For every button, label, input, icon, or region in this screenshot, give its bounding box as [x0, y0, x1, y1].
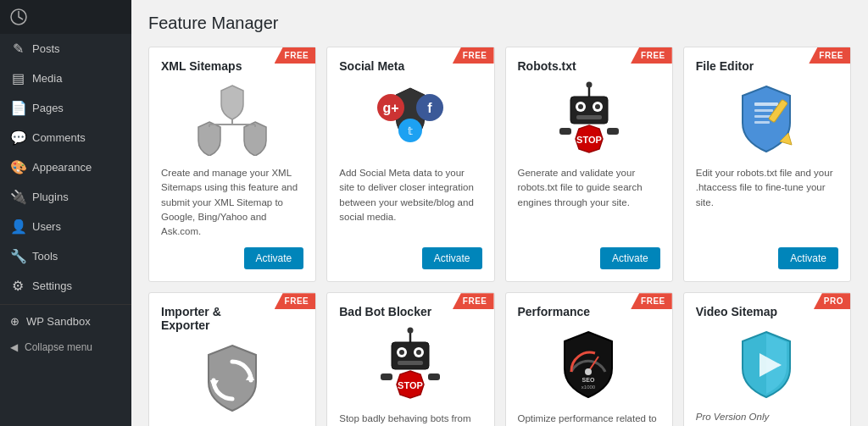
settings-icon: ⚙	[10, 278, 25, 294]
feature-card-importer-exporter: Importer & Exporter FREE Exports and imp…	[148, 292, 316, 426]
sidebar-collapse-button[interactable]: ◀ Collapse menu	[0, 335, 131, 360]
sidebar-label-appearance: Appearance	[32, 161, 92, 174]
sidebar-label-pages: Pages	[32, 102, 64, 114]
svg-text:SEO: SEO	[582, 377, 595, 383]
sidebar-item-wp-sandbox[interactable]: ⊕ WP Sandbox	[0, 308, 131, 335]
svg-point-16	[578, 104, 583, 109]
feature-badge-file-editor: FREE	[809, 47, 850, 64]
svg-rect-19	[576, 115, 602, 119]
comments-icon: 💬	[10, 130, 25, 146]
collapse-icon: ◀	[10, 341, 18, 353]
svg-rect-27	[754, 121, 770, 124]
sidebar-label-tools: Tools	[32, 250, 58, 263]
activate-button-xml-sitemaps[interactable]: Activate	[244, 247, 304, 269]
feature-card-bad-bot-blocker: Bad Bot Blocker FREE STOP	[326, 292, 494, 426]
svg-text:g+: g+	[383, 101, 399, 115]
sidebar-item-settings[interactable]: ⚙ Settings	[0, 271, 131, 301]
plugins-icon: 🔌	[10, 189, 25, 205]
svg-rect-39	[398, 361, 423, 365]
svg-point-13	[586, 82, 592, 88]
feature-badge-xml-sitemaps: FREE	[275, 47, 316, 64]
feature-badge-performance: FREE	[631, 293, 672, 309]
feature-card-performance: Performance FREE SEO x1000 Optimize perf…	[505, 292, 673, 426]
pages-icon: 📄	[10, 100, 25, 116]
feature-title-file-editor: File Editor	[696, 59, 787, 73]
sidebar-label-plugins: Plugins	[32, 191, 69, 203]
feature-desc-xml-sitemaps: Create and manage your XML Sitemaps usin…	[161, 166, 303, 239]
users-icon: 👤	[10, 219, 25, 235]
sidebar-item-appearance[interactable]: 🎨 Appearance	[0, 152, 131, 182]
feature-badge-video-sitemap: PRO	[814, 293, 850, 309]
sidebar-divider	[0, 304, 131, 305]
svg-text:x1000: x1000	[581, 385, 596, 390]
svg-text:STOP: STOP	[398, 380, 423, 390]
sidebar-item-media[interactable]: ▤ Media	[0, 64, 131, 93]
sidebar-label-wp-sandbox: WP Sandbox	[26, 315, 91, 328]
svg-rect-23	[607, 128, 619, 135]
feature-card-social-meta: Social Meta FREE g+ 𝕥 f Add Social Meta …	[326, 47, 494, 282]
feature-badge-importer-exporter: FREE	[275, 293, 316, 309]
feature-icon-video-sitemap	[696, 327, 838, 403]
feature-desc-performance: Optimize performance related to SEO and …	[518, 412, 660, 426]
sidebar-label-collapse: Collapse menu	[25, 341, 92, 353]
svg-point-18	[595, 104, 600, 109]
sidebar-item-users[interactable]: 👤 Users	[0, 212, 131, 241]
svg-text:f: f	[428, 101, 433, 115]
wp-sandbox-icon: ⊕	[10, 315, 19, 328]
svg-point-45	[585, 368, 592, 375]
feature-badge-social-meta: FREE	[453, 47, 494, 64]
feature-title-xml-sitemaps: XML Sitemaps	[161, 59, 275, 73]
svg-point-38	[416, 350, 421, 355]
feature-icon-xml-sitemaps	[161, 81, 303, 158]
svg-rect-43	[428, 373, 440, 380]
feature-title-performance: Performance	[518, 305, 625, 318]
media-icon: ▤	[10, 70, 25, 86]
svg-text:𝕥: 𝕥	[408, 124, 413, 137]
feature-card-xml-sitemaps: XML Sitemaps FREE Create and manage your…	[148, 47, 316, 282]
feature-title-robots-txt: Robots.txt	[518, 59, 610, 73]
pro-only-label-video-sitemap: Pro Version Only	[696, 412, 770, 422]
feature-card-robots-txt: Robots.txt FREE STOP	[505, 47, 673, 282]
sidebar-item-pages[interactable]: 📄 Pages	[0, 93, 131, 123]
svg-rect-25	[754, 109, 773, 112]
feature-badge-robots-txt: FREE	[631, 47, 672, 64]
activate-button-file-editor[interactable]: Activate	[778, 247, 838, 269]
activate-button-robots-txt[interactable]: Activate	[600, 247, 660, 269]
feature-desc-file-editor: Edit your robots.txt file and your .htac…	[696, 166, 838, 239]
tools-icon: 🔧	[10, 248, 25, 264]
feature-icon-social-meta: g+ 𝕥 f	[339, 81, 481, 158]
feature-title-bad-bot-blocker: Bad Bot Blocker	[339, 305, 465, 318]
sidebar-item-tools[interactable]: 🔧 Tools	[0, 241, 131, 271]
svg-rect-22	[559, 128, 571, 135]
sidebar-logo	[0, 0, 131, 34]
feature-badge-bad-bot-blocker: FREE	[453, 293, 494, 309]
sidebar-item-comments[interactable]: 💬 Comments	[0, 123, 131, 152]
page-title: Feature Manager	[148, 14, 851, 33]
feature-icon-file-editor	[696, 81, 838, 158]
appearance-icon: 🎨	[10, 159, 25, 175]
svg-point-33	[408, 328, 414, 334]
svg-text:STOP: STOP	[576, 135, 602, 145]
sidebar-item-plugins[interactable]: 🔌 Plugins	[0, 182, 131, 212]
svg-rect-24	[754, 102, 778, 106]
svg-rect-34	[392, 342, 429, 369]
sidebar: ✎ Posts ▤ Media 📄 Pages 💬 Comments 🎨 App…	[0, 0, 131, 426]
activate-button-social-meta[interactable]: Activate	[422, 247, 482, 269]
feature-title-social-meta: Social Meta	[339, 59, 438, 73]
feature-title-video-sitemap: Video Sitemap	[696, 305, 811, 318]
main-content: Feature Manager XML Sitemaps FREE Create…	[131, 0, 868, 426]
sidebar-label-comments: Comments	[32, 131, 86, 144]
feature-card-file-editor: File Editor FREE Edit your robots.txt fi…	[683, 47, 851, 282]
sidebar-label-users: Users	[32, 220, 61, 233]
sidebar-label-settings: Settings	[32, 279, 72, 292]
feature-desc-social-meta: Add Social Meta data to your site to del…	[339, 166, 481, 239]
feature-icon-bad-bot-blocker: STOP	[339, 327, 481, 403]
svg-point-36	[399, 350, 404, 355]
feature-icon-performance: SEO x1000	[518, 327, 660, 403]
feature-icon-robots-txt: STOP	[518, 81, 660, 158]
svg-rect-42	[381, 373, 392, 380]
feature-icon-importer-exporter	[161, 340, 303, 417]
sidebar-item-posts[interactable]: ✎ Posts	[0, 34, 131, 64]
feature-card-video-sitemap: Video Sitemap PRO Pro Version Only	[683, 292, 851, 426]
posts-icon: ✎	[10, 41, 25, 57]
